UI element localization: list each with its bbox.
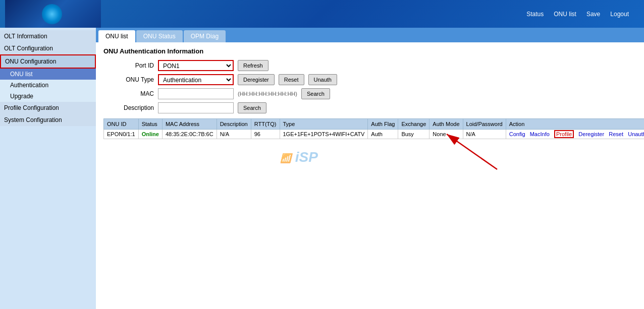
nav-save[interactable]: Save [586, 11, 600, 18]
sidebar-item-onu-list[interactable]: ONU list [0, 69, 96, 80]
mac-label: MAC [103, 90, 154, 97]
sidebar-item-onu-config[interactable]: ONU Configuration [0, 54, 96, 69]
onu-type-select[interactable]: Authentication All Unauth [158, 74, 234, 85]
description-input[interactable] [158, 102, 234, 113]
mac-row: MAC (HH:HH:HH:HH:HH:HH) Search [103, 88, 636, 99]
col-description: Description [217, 119, 251, 130]
tab-opm-diag[interactable]: OPM Diag [184, 30, 226, 42]
main-content: ONU list ONU Status OPM Diag ONU Authent… [96, 28, 644, 309]
tab-onu-list[interactable]: ONU list [98, 30, 135, 42]
sidebar-item-profile-config[interactable]: Profile Configuration [0, 102, 96, 114]
cell-action: Config MacInfo Profile Deregister Reset … [506, 130, 644, 139]
port-id-row: Port ID PON1 PON2 PON3 PON4 Refresh [103, 60, 636, 71]
col-action: Action [506, 119, 644, 130]
deregister-button[interactable]: Deregister [238, 74, 275, 85]
col-loid: Loid/Password [463, 119, 506, 130]
cell-exchange: Busy [398, 130, 430, 139]
reset-button[interactable]: Reset [279, 74, 304, 85]
content-area: ONU Authentication Information Port ID P… [96, 42, 644, 195]
unauth-button[interactable]: Unauth [308, 74, 337, 85]
onu-type-label: ONU Type [103, 76, 154, 83]
onu-type-row: ONU Type Authentication All Unauth Dereg… [103, 74, 636, 85]
mac-input[interactable] [158, 88, 234, 99]
sidebar-item-olt-info[interactable]: OLT Information [0, 30, 96, 42]
description-row: Description Search [103, 102, 636, 113]
sidebar-item-upgrade[interactable]: Upgrade [0, 91, 96, 102]
cell-loid: N/A [463, 130, 506, 139]
page-title: ONU Authentication Information [103, 47, 636, 55]
col-exchange: Exchange [398, 119, 430, 130]
sidebar-item-authentication[interactable]: Authentication [0, 80, 96, 91]
action-macinfo[interactable]: MacInfo [530, 131, 550, 137]
mac-search-button[interactable]: Search [301, 88, 330, 99]
annotation-area: 📶 iSP [103, 139, 636, 190]
table-row: EPON0/1:1 Online 48:35:2E:0C:7B:6C N/A 9… [104, 130, 645, 139]
top-header: Status ONU list Save Logout [0, 0, 644, 28]
cell-status: Online [138, 130, 162, 139]
refresh-button[interactable]: Refresh [238, 60, 269, 71]
cell-rtt: 96 [251, 130, 280, 139]
port-id-select[interactable]: PON1 PON2 PON3 PON4 [158, 60, 234, 71]
col-onu-id: ONU ID [104, 119, 139, 130]
tab-bar: ONU list ONU Status OPM Diag [96, 28, 644, 42]
isp-watermark: 📶 iSP [280, 149, 318, 165]
description-search-button[interactable]: Search [238, 102, 266, 113]
description-label: Description [103, 104, 154, 111]
col-type: Type [280, 119, 368, 130]
action-profile[interactable]: Profile [554, 130, 574, 138]
sidebar-item-system-config[interactable]: System Configuration [0, 114, 96, 126]
nav-logout[interactable]: Logout [610, 11, 629, 18]
col-mac: MAC Address [162, 119, 217, 130]
tab-onu-status[interactable]: ONU Status [136, 30, 183, 42]
col-auth-mode: Auth Mode [430, 119, 463, 130]
mac-hint: (HH:HH:HH:HH:HH:HH) [238, 91, 297, 97]
svg-line-1 [447, 134, 497, 169]
logo [5, 0, 101, 28]
sidebar: OLT Information OLT Configuration ONU Co… [0, 28, 96, 309]
nav-status[interactable]: Status [526, 11, 544, 18]
logo-graphic [42, 4, 62, 24]
action-deregister[interactable]: Deregister [578, 131, 604, 137]
layout: OLT Information OLT Configuration ONU Co… [0, 28, 644, 309]
cell-auth-flag: Auth [368, 130, 398, 139]
action-reset[interactable]: Reset [609, 131, 623, 137]
cell-description: N/A [217, 130, 251, 139]
nav-onu-list[interactable]: ONU list [554, 11, 576, 18]
action-config[interactable]: Config [509, 131, 525, 137]
cell-auth-mode: None [430, 130, 463, 139]
col-rtt: RTT(TQ) [251, 119, 280, 130]
col-status: Status [138, 119, 162, 130]
cell-onu-id: EPON0/1:1 [104, 130, 139, 139]
col-auth-flag: Auth Flag [368, 119, 398, 130]
cell-mac: 48:35:2E:0C:7B:6C [162, 130, 217, 139]
action-unauth[interactable]: Unauth [628, 131, 644, 137]
onu-table: ONU ID Status MAC Address Description RT… [103, 118, 644, 139]
sidebar-item-olt-config[interactable]: OLT Configuration [0, 42, 96, 54]
port-id-label: Port ID [103, 62, 154, 69]
cell-type: 1GE+1FE+1POTS+4WIFI+CATV [280, 130, 368, 139]
top-nav: Status ONU list Save Logout [526, 11, 639, 18]
